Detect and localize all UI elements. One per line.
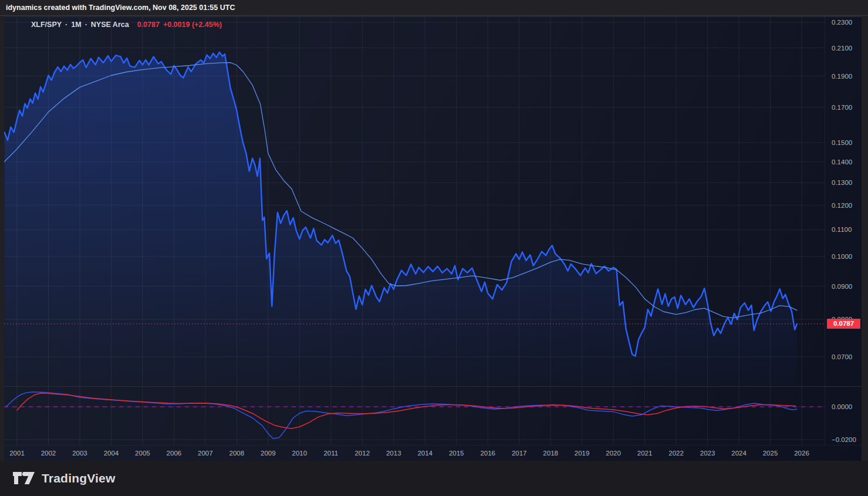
time-axis-tick: 2014 — [417, 449, 433, 457]
time-axis-tick: 2006 — [167, 449, 182, 457]
time-axis-tick: 2001 — [9, 449, 25, 457]
tradingview-logo-icon[interactable] — [13, 472, 35, 485]
last-price-badge: 0.0787 — [827, 319, 860, 329]
legend-separator: · — [85, 21, 87, 29]
price-axis-tick: 0.1300 — [832, 178, 852, 187]
time-axis-tick: 2009 — [261, 449, 276, 457]
attribution-text: idynamics created with TradingView.com, … — [6, 4, 235, 12]
time-axis-tick: 2026 — [794, 449, 809, 457]
tradingview-brand-text[interactable]: TradingView — [42, 471, 116, 485]
time-axis-tick: 2020 — [606, 449, 621, 457]
price-axis-tick: 0.1100 — [832, 225, 852, 234]
symbol-legend: XLF/SPY · 1M · NYSE Arca 0.0787 +0.0019 … — [31, 21, 222, 29]
time-axis-tick: 2010 — [292, 449, 308, 457]
time-axis-tick: 2022 — [668, 449, 684, 457]
time-axis-tick: 2025 — [763, 449, 778, 457]
chart-area[interactable]: XLF/SPY · 1M · NYSE Arca 0.0787 +0.0019 … — [4, 16, 862, 461]
time-axis-tick: 2005 — [135, 449, 150, 457]
time-axis-tick: 2003 — [72, 449, 87, 457]
time-axis-tick: 2012 — [354, 449, 370, 457]
attribution-bar: idynamics created with TradingView.com, … — [0, 0, 868, 16]
price-axis-tick: 0.0700 — [832, 353, 852, 361]
price-axis-tick: 0.1500 — [832, 139, 852, 147]
price-axis-tick: 0.1700 — [832, 103, 852, 112]
time-axis-tick: 2019 — [575, 449, 590, 457]
time-axis-tick: 2017 — [512, 449, 527, 457]
legend-change: +0.0019 (+2.45%) — [163, 21, 222, 29]
price-axis-tick: 0.1000 — [832, 252, 852, 261]
time-axis-tick: 2016 — [480, 449, 495, 457]
time-axis-tick: 2007 — [198, 449, 213, 457]
time-axis-tick: 2013 — [386, 449, 401, 457]
price-axis-tick: 0.0900 — [832, 282, 852, 291]
osc-axis-tick: 0.0000 — [832, 403, 852, 411]
time-axis-tick: 2018 — [543, 449, 558, 457]
chart-svg[interactable] — [4, 16, 862, 461]
price-axis-tick: 0.2100 — [832, 44, 852, 52]
footer-bar: TradingView — [0, 461, 868, 496]
time-axis-tick: 2021 — [637, 449, 653, 457]
time-axis-tick: 2011 — [323, 449, 338, 457]
symbol-exchange: NYSE Arca — [91, 21, 129, 29]
time-axis-tick: 2023 — [700, 449, 715, 457]
time-axis-tick: 2015 — [449, 449, 464, 457]
price-axis-tick: 0.1400 — [832, 158, 852, 166]
legend-last-price: 0.0787 — [137, 21, 160, 29]
legend-separator: · — [65, 21, 67, 29]
time-axis-tick: 2002 — [41, 449, 56, 457]
price-axis-tick: 0.2300 — [832, 18, 852, 26]
symbol-name[interactable]: XLF/SPY — [31, 21, 62, 29]
time-axis-tick: 2024 — [731, 449, 747, 457]
osc-axis-tick: −0.0200 — [832, 436, 856, 444]
price-axis-tick: 0.1900 — [832, 72, 852, 80]
time-axis-tick: 2004 — [104, 449, 119, 457]
time-axis-tick: 2008 — [229, 449, 245, 457]
price-axis-tick: 0.1200 — [832, 201, 852, 210]
symbol-interval[interactable]: 1M — [71, 21, 81, 29]
